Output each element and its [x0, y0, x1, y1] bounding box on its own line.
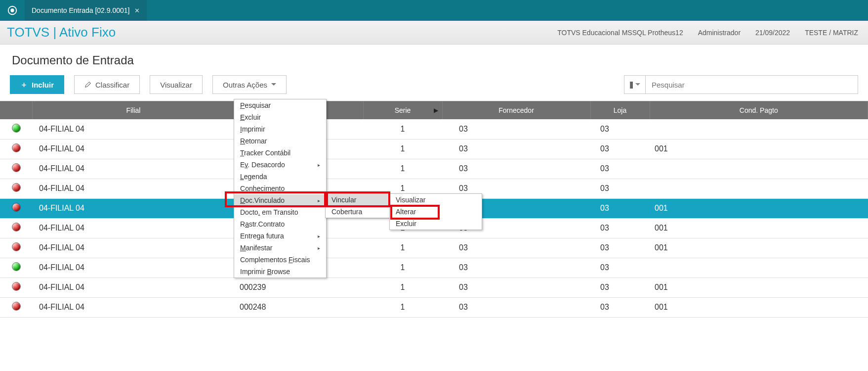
- menu-item[interactable]: Retornar: [234, 135, 326, 147]
- cell-cond-pagto: 001: [650, 198, 868, 218]
- menu-item-label: Retornar: [240, 137, 267, 145]
- cell-filial: 04-FILIAL 04: [32, 278, 235, 297]
- col-loja[interactable]: Loja: [590, 101, 650, 119]
- status-dot-icon: [12, 183, 21, 192]
- cell-cond-pagto: [650, 179, 868, 198]
- menu-item[interactable]: Conhecimento: [234, 183, 326, 194]
- titlebar: Documento Entrada [02.9.0001] ✕: [0, 0, 868, 21]
- cell-cond-pagto: 001: [650, 139, 868, 159]
- cell-cond-pagto: 001: [650, 238, 868, 258]
- chevron-right-icon: ▸: [318, 233, 320, 239]
- table-row[interactable]: 04-FILIAL 0410303: [0, 119, 868, 139]
- menu-item[interactable]: Manifestar▸: [234, 242, 326, 254]
- menu-item-label: Manifestar: [240, 244, 272, 252]
- menu-item[interactable]: Legenda: [234, 171, 326, 183]
- status-dot-icon: [12, 124, 21, 133]
- menu-item[interactable]: Tracker Contábil: [234, 147, 326, 159]
- status-dot-icon: [12, 223, 21, 232]
- menu-item[interactable]: Visualizar: [390, 194, 482, 206]
- window-tab-label: Documento Entrada [02.9.0001]: [32, 6, 129, 14]
- cell-serie: 1: [363, 119, 442, 139]
- table-row[interactable]: 04-FILIAL 0410303001: [0, 238, 868, 258]
- chevron-down-icon: [635, 83, 640, 88]
- page-title: Documento de Entrada: [0, 45, 868, 72]
- cell-fornecedor: 03: [442, 258, 590, 278]
- col-serie[interactable]: Serie▶: [363, 101, 442, 119]
- close-icon[interactable]: ✕: [134, 7, 140, 14]
- menu-item[interactable]: Doc.Vinculado▸: [234, 194, 326, 206]
- menu-item-label: Vincular: [331, 196, 356, 204]
- menu-item-label: Conhecimento: [240, 185, 285, 192]
- cell-loja: 03: [590, 278, 650, 297]
- outras-acoes-button[interactable]: Outras Ações: [212, 75, 287, 94]
- menu-item[interactable]: Excluir: [234, 111, 326, 123]
- menu-item[interactable]: Imprimir: [234, 123, 326, 135]
- menu-item-label: Doc.Vinculado: [240, 196, 285, 204]
- table-row[interactable]: 04-FILIAL 0410303001: [0, 139, 868, 159]
- menu-item-label: Ev. Desacordo: [240, 161, 285, 169]
- menu-item-label: Imprimir Browse: [240, 268, 290, 276]
- chevron-right-icon: ▸: [318, 162, 320, 168]
- sort-indicator-icon: ▶: [434, 107, 438, 114]
- menu-item-label: Complementos Fiscais: [240, 256, 310, 264]
- cell-filial: 04-FILIAL 04: [32, 258, 235, 278]
- menu-item[interactable]: Complementos Fiscais: [234, 254, 326, 266]
- incluir-button[interactable]: ＋ Incluir: [10, 75, 64, 94]
- plus-icon: ＋: [20, 80, 28, 90]
- status-dot-icon: [12, 302, 21, 311]
- cell-filial: 04-FILIAL 04: [32, 218, 235, 238]
- chevron-down-icon: [271, 83, 276, 88]
- cell-loja: 03: [590, 218, 650, 238]
- menu-item-label: Entrega futura: [240, 232, 284, 240]
- cell-loja: 03: [590, 159, 650, 179]
- status-dot-icon: [12, 163, 21, 172]
- menu-item-label: Docto. em Transito: [240, 208, 298, 216]
- table-row[interactable]: 04-FILIAL 0400023910303001: [0, 278, 868, 297]
- incluir-label: Incluir: [32, 81, 54, 89]
- menu-item-label: Visualizar: [396, 196, 425, 204]
- menu-item[interactable]: Rastr.Contrato: [234, 218, 326, 230]
- cell-filial: 04-FILIAL 04: [32, 119, 235, 139]
- outras-acoes-menu[interactable]: PesquisarExcluirImprimirRetornarTracker …: [234, 99, 327, 278]
- vincular-submenu[interactable]: VisualizarAlterarExcluir: [389, 193, 482, 230]
- header-bar: TOTVS | Ativo Fixo TOTVS Educacional MSS…: [0, 21, 868, 45]
- search-input[interactable]: [646, 75, 858, 94]
- menu-item-label: Excluir: [396, 220, 416, 228]
- chevron-right-icon: ▸: [318, 245, 320, 251]
- menu-item[interactable]: Entrega futura▸: [234, 230, 326, 242]
- header-info: TOTVS Educacional MSSQL Protheus12 Admin…: [554, 29, 861, 37]
- menu-item[interactable]: Imprimir Browse: [234, 266, 326, 278]
- col-filial[interactable]: Filial: [32, 101, 235, 119]
- status-dot-icon: [12, 203, 21, 212]
- col-fornecedor[interactable]: Fornecedor: [442, 101, 590, 119]
- window-tab[interactable]: Documento Entrada [02.9.0001] ✕: [25, 0, 147, 21]
- cell-loja: 03: [590, 258, 650, 278]
- menu-item[interactable]: Alterar: [390, 206, 482, 218]
- cell-filial: 04-FILIAL 04: [32, 297, 235, 317]
- table-row[interactable]: 04-FILIAL 0410303: [0, 159, 868, 179]
- cell-loja: 03: [590, 119, 650, 139]
- menu-item[interactable]: Docto. em Transito: [234, 206, 326, 218]
- cell-loja: 03: [590, 179, 650, 198]
- classificar-button[interactable]: Classificar: [74, 75, 140, 94]
- menu-item-label: Tracker Contábil: [240, 149, 290, 157]
- menu-item[interactable]: Ev. Desacordo▸: [234, 159, 326, 171]
- visualizar-button[interactable]: Visualizar: [150, 75, 203, 94]
- cell-fornecedor: 03: [442, 278, 590, 297]
- columns-button[interactable]: |||: [624, 75, 646, 94]
- cell-cond-pagto: [650, 159, 868, 179]
- cell-loja: 03: [590, 139, 650, 159]
- col-cond-pagto[interactable]: Cond. Pagto: [650, 101, 868, 119]
- app-logo-icon[interactable]: [0, 0, 25, 21]
- table-row[interactable]: 04-FILIAL 0410303: [0, 258, 868, 278]
- cell-cond-pagto: 001: [650, 278, 868, 297]
- cell-serie: 1: [363, 258, 442, 278]
- cell-loja: 03: [590, 297, 650, 317]
- menu-item[interactable]: Excluir: [390, 218, 482, 230]
- table-row[interactable]: 04-FILIAL 0400024810303001: [0, 297, 868, 317]
- menu-item-label: Rastr.Contrato: [240, 220, 285, 228]
- col-status[interactable]: [0, 101, 32, 119]
- env-label: TOTVS Educacional MSSQL Protheus12: [554, 29, 686, 37]
- visualizar-label: Visualizar: [160, 81, 192, 89]
- menu-item[interactable]: Pesquisar: [234, 99, 326, 111]
